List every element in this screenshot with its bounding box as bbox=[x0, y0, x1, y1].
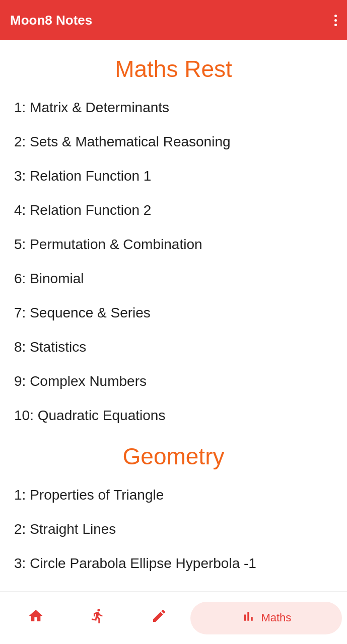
list-item[interactable]: 9: Complex Numbers bbox=[14, 364, 333, 398]
list-item[interactable]: 3: Relation Function 1 bbox=[14, 159, 333, 193]
list-item[interactable]: 8: Statistics bbox=[14, 330, 333, 364]
list-item[interactable]: 1: Properties of Triangle bbox=[14, 478, 333, 512]
list-item[interactable]: 2: Straight Lines bbox=[14, 512, 333, 546]
nav-home[interactable] bbox=[5, 608, 67, 628]
geometry-title: Geometry bbox=[14, 433, 333, 478]
geometry-section: Geometry 1: Properties of Triangle 2: St… bbox=[14, 433, 333, 581]
nav-activity[interactable] bbox=[67, 608, 129, 628]
list-item[interactable]: 1: Matrix & Determinants bbox=[14, 91, 333, 125]
main-content: Maths Rest 1: Matrix & Determinants 2: S… bbox=[0, 40, 347, 641]
list-item[interactable]: 4: Relation Function 2 bbox=[14, 193, 333, 227]
app-bar: Moon8 Notes bbox=[0, 0, 347, 40]
list-item[interactable]: 10: Quadratic Equations bbox=[14, 398, 333, 433]
chart-icon bbox=[241, 609, 256, 627]
maths-rest-section: Maths Rest 1: Matrix & Determinants 2: S… bbox=[14, 45, 333, 433]
nav-edit[interactable] bbox=[128, 608, 190, 628]
bottom-navigation: Maths bbox=[0, 591, 347, 644]
nav-maths[interactable]: Maths bbox=[190, 602, 342, 634]
maths-rest-list: 1: Matrix & Determinants 2: Sets & Mathe… bbox=[14, 91, 333, 433]
edit-icon bbox=[151, 608, 167, 628]
home-icon bbox=[28, 608, 44, 628]
maths-rest-title: Maths Rest bbox=[14, 45, 333, 91]
list-item[interactable]: 6: Binomial bbox=[14, 262, 333, 296]
list-item[interactable]: 3: Circle Parabola Ellipse Hyperbola -1 bbox=[14, 546, 333, 581]
list-item[interactable]: 7: Sequence & Series bbox=[14, 296, 333, 330]
menu-button[interactable] bbox=[334, 15, 337, 26]
nav-maths-label: Maths bbox=[261, 611, 291, 624]
activity-icon bbox=[90, 608, 106, 628]
list-item[interactable]: 2: Sets & Mathematical Reasoning bbox=[14, 125, 333, 159]
list-item[interactable]: 5: Permutation & Combination bbox=[14, 227, 333, 262]
app-title: Moon8 Notes bbox=[10, 13, 92, 28]
geometry-list: 1: Properties of Triangle 2: Straight Li… bbox=[14, 478, 333, 581]
